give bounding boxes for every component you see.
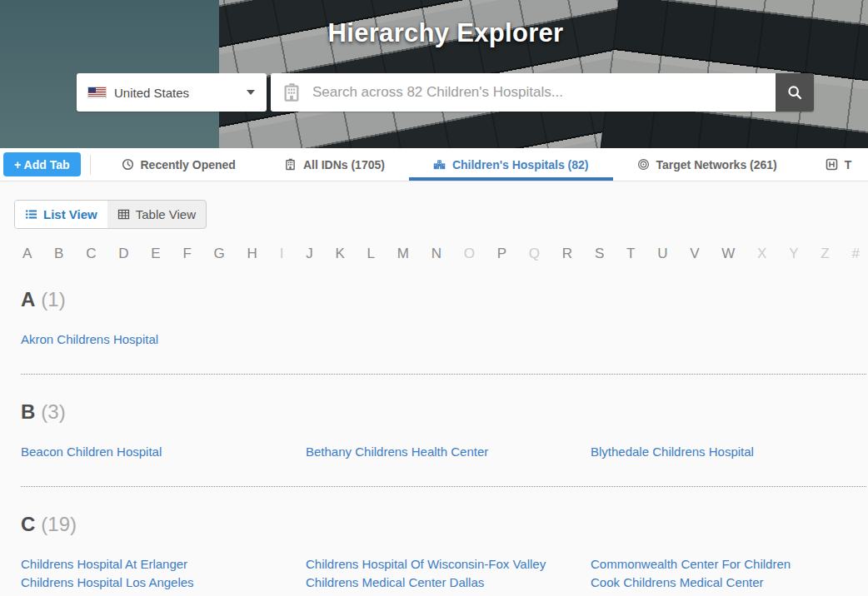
alpha-letter-k[interactable]: K (335, 246, 344, 262)
tab-t[interactable]: T (801, 148, 868, 181)
hospital-link[interactable]: Commonwealth Center For Children (591, 557, 868, 572)
alphabet-nav: ABCDEFGHIJKLMNOPQRSTUVWXYZ# (22, 246, 860, 262)
alpha-letter-c[interactable]: C (86, 246, 96, 262)
country-select-value: United States (114, 86, 189, 100)
tab-recently-opened[interactable]: Recently Opened (97, 148, 260, 181)
search-button[interactable] (776, 73, 814, 112)
alpha-letter-m[interactable]: M (397, 246, 409, 262)
section-separator (21, 374, 866, 375)
section-grid: Beacon Children HospitalBethany Children… (21, 445, 868, 459)
section-column: Blythedale Childrens Hospital (591, 445, 868, 459)
table-view-button[interactable]: Table View (107, 201, 206, 228)
tab-all-idns-1705[interactable]: All IDNs (1705) (260, 148, 409, 181)
tab-label: T (845, 158, 852, 171)
section-column: Beacon Children Hospital (21, 445, 306, 459)
alpha-letter-a[interactable]: A (22, 246, 32, 262)
section-column: Childrens Hospital Of Wisconsin-Fox Vall… (306, 557, 591, 590)
section-grid: Akron Childrens Hospital (21, 332, 868, 347)
alpha-letter-b[interactable]: B (54, 246, 63, 262)
alpha-letter-j[interactable]: J (306, 246, 313, 262)
hospital-link[interactable]: Blythedale Childrens Hospital (591, 445, 868, 459)
alpha-letter-t[interactable]: T (626, 246, 635, 262)
list-view-button[interactable]: List View (15, 201, 107, 228)
country-select[interactable]: United States (77, 73, 267, 112)
hospital-link[interactable]: Childrens Hospital Of Wisconsin-Fox Vall… (306, 557, 591, 572)
hospital-link[interactable]: Childrens Hospital At Erlanger (21, 557, 306, 572)
content-area: List ViewTable View ABCDEFGHIJKLMNOPQRST… (0, 181, 868, 596)
alpha-letter-d[interactable]: D (118, 246, 128, 262)
section-c: C(19)Childrens Hospital At ErlangerChild… (21, 512, 868, 596)
section-b: B(3)Beacon Children HospitalBethany Chil… (21, 400, 868, 487)
alpha-letter-r[interactable]: R (562, 246, 572, 262)
tab-bar: + Add Tab Recently OpenedAll IDNs (1705)… (0, 148, 868, 181)
section-letter: B (21, 400, 35, 423)
alpha-letter-u[interactable]: U (657, 246, 667, 262)
section-letter: C (21, 513, 35, 535)
section-column (591, 332, 868, 347)
alpha-letter-f[interactable]: F (182, 246, 191, 262)
hospital-link[interactable]: Bethany Childrens Health Center (306, 445, 591, 459)
tab-divider (90, 155, 91, 175)
page-title: Hierarchy Explorer (0, 18, 868, 48)
alpha-letter-o: O (464, 246, 475, 262)
alpha-letter-h[interactable]: H (247, 246, 257, 262)
section-grid: Childrens Hospital At ErlangerChildrens … (21, 557, 868, 590)
section-column: Akron Childrens Hospital (21, 332, 306, 347)
view-toggle-label: Table View (136, 207, 196, 221)
tab-label: Target Networks (261) (656, 158, 777, 171)
alpha-letter-n[interactable]: N (432, 246, 441, 262)
section-count: (19) (41, 513, 77, 535)
hospital-link[interactable]: Childrens Hospital Los Angeles (21, 575, 306, 590)
view-toggle-label: List View (43, 207, 97, 221)
target-icon (637, 158, 650, 171)
header: Hierarchy Explorer United States (0, 0, 868, 148)
tab-target-networks-261[interactable]: Target Networks (261) (613, 148, 801, 181)
alpha-letter-e[interactable]: E (151, 246, 160, 262)
section-letter: A (21, 288, 35, 310)
hospital-link[interactable]: Childrens Medical Center Dallas (306, 575, 591, 590)
alpha-letter-i: I (280, 246, 284, 262)
section-header: B(3) (21, 400, 868, 425)
hospital-wide-icon (433, 158, 446, 171)
tab-children-s-hospitals-82[interactable]: Children's Hospitals (82) (409, 148, 613, 181)
alpha-letter-g[interactable]: G (214, 246, 225, 262)
section-column: Bethany Childrens Health Center (306, 445, 591, 459)
clock-icon (122, 158, 134, 171)
hospital-link[interactable]: Cook Childrens Medical Center (591, 575, 868, 590)
alpha-letter-s[interactable]: S (595, 246, 604, 262)
alpha-letter-hash: # (851, 246, 859, 262)
h-square-icon (826, 158, 838, 171)
alpha-letter-l[interactable]: L (367, 246, 375, 262)
alpha-letter-y: Y (789, 246, 798, 262)
table-icon (117, 208, 130, 221)
header-controls: United States (77, 73, 814, 112)
hospital-icon (284, 158, 297, 171)
section-count: (1) (41, 288, 65, 310)
tab-label: Children's Hospitals (82) (452, 158, 589, 171)
section-a: A(1)Akron Childrens Hospital (21, 287, 868, 375)
sections: A(1)Akron Childrens HospitalB(3)Beacon C… (21, 287, 868, 596)
tab-label: Recently Opened (141, 158, 236, 171)
section-header: C(19) (21, 512, 868, 537)
alpha-letter-p[interactable]: P (497, 246, 506, 262)
view-toggle: List ViewTable View (14, 200, 207, 229)
tab-label: All IDNs (1705) (303, 158, 385, 171)
section-count: (3) (41, 400, 65, 423)
search-icon (787, 85, 802, 100)
alpha-letter-x: X (757, 246, 766, 262)
add-tab-button[interactable]: + Add Tab (3, 152, 81, 176)
section-column: Commonwealth Center For ChildrenCook Chi… (591, 557, 868, 590)
us-flag-icon (88, 87, 106, 97)
hospital-link[interactable]: Beacon Children Hospital (21, 445, 306, 459)
alpha-letter-v[interactable]: V (690, 246, 699, 262)
hospital-link[interactable]: Akron Childrens Hospital (21, 332, 306, 347)
section-header: A(1) (21, 287, 868, 312)
alpha-letter-z: Z (821, 246, 829, 262)
search-group (271, 73, 814, 112)
chevron-down-icon (247, 90, 255, 95)
list-icon (25, 208, 37, 221)
section-column (306, 332, 591, 347)
tab-strip: Recently OpenedAll IDNs (1705)Children's… (97, 148, 868, 181)
alpha-letter-w[interactable]: W (721, 246, 735, 262)
search-input[interactable] (271, 73, 776, 112)
